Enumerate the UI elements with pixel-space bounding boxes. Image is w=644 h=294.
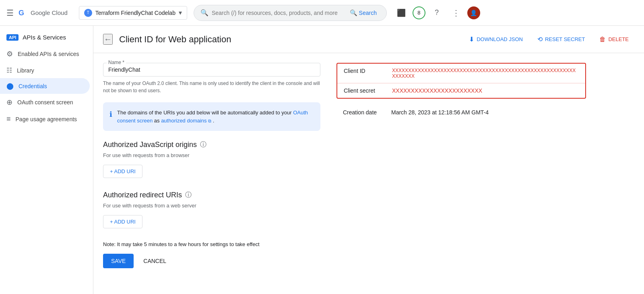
notification-count: 8 — [417, 10, 420, 16]
info-icon: ℹ — [109, 109, 112, 124]
menu-icon[interactable]: ☰ — [6, 8, 14, 18]
sidebar-item-enabled-apis[interactable]: ⚙ Enabled APIs & services — [0, 46, 90, 62]
name-input[interactable] — [108, 65, 315, 73]
cancel-button[interactable]: CANCEL — [140, 254, 169, 268]
client-id-row: Client ID XXXXXXXXXXXXXXXXXXXXXXXXXXXXXX… — [337, 64, 585, 83]
note-text: Note: It may take 5 minutes to a few hou… — [103, 241, 320, 247]
nav-icons: ⬛ 8 ? ⋮ 👤 — [393, 5, 480, 21]
google-cloud-logo: G Google Cloud — [19, 8, 68, 18]
form-area: Name * The name of your OAuth 2.0 client… — [93, 53, 644, 278]
external-link-icon: ⧉ — [208, 118, 211, 123]
sidebar-item-credentials[interactable]: ⬤ Credentials — [0, 78, 90, 94]
redirect-uris-title: Authorized redirect URIs — [103, 191, 182, 199]
search-input[interactable] — [212, 10, 343, 16]
client-secret-label: Client secret — [344, 87, 392, 94]
back-button[interactable]: ← — [103, 34, 113, 45]
add-uri-js-button[interactable]: + ADD URI — [103, 165, 142, 178]
search-icon: 🔍 — [350, 9, 357, 17]
settings-icon: ⚙ — [6, 50, 13, 58]
user-avatar[interactable]: 👤 — [467, 6, 480, 19]
creation-date-row: Creation date March 28, 2023 at 12:18:56… — [336, 105, 586, 120]
more-options-icon: ⋮ — [452, 8, 460, 18]
sidebar-label-page-usage: Page usage agreements — [16, 116, 77, 122]
name-hint: The name of your OAuth 2.0 client. This … — [103, 80, 320, 94]
api-badge: API — [6, 34, 19, 41]
reset-secret-label: RESET SECRET — [545, 36, 585, 42]
project-name: Terraform FriendlyChat Codelab — [95, 10, 175, 16]
info-banner: ℹ The domains of the URIs you add below … — [103, 102, 320, 131]
reset-icon: ⟲ — [537, 35, 543, 43]
delete-button[interactable]: 🗑 DELETE — [594, 33, 634, 46]
sidebar-item-oauth-consent[interactable]: ⊕ OAuth consent screen — [0, 94, 90, 111]
page-title: Client ID for Web application — [119, 34, 457, 45]
download-json-label: DOWNLOAD JSON — [477, 36, 523, 42]
name-field-group: Name * The name of your OAuth 2.0 client… — [103, 63, 320, 94]
dropdown-icon: ▾ — [179, 9, 182, 17]
sidebar-label-library: Library — [17, 67, 34, 74]
search-button[interactable]: 🔍 Search — [347, 8, 380, 18]
page-usage-icon: ≡ — [6, 115, 11, 123]
creation-date-value: March 28, 2023 at 12:18:56 AM GMT-4 — [391, 109, 489, 116]
main-content: ← Client ID for Web application ⬇ DOWNLO… — [93, 26, 644, 294]
add-uri-js-label: + ADD URI — [110, 168, 136, 174]
project-icon: T — [84, 9, 92, 17]
sidebar-item-library[interactable]: ☷ Library — [0, 62, 90, 78]
api-title: APIs & Services — [23, 34, 66, 41]
search-icon-left: 🔍 — [200, 9, 208, 17]
project-selector[interactable]: T Terraform FriendlyChat Codelab ▾ — [79, 6, 187, 20]
sidebar-api-header: API APIs & Services — [0, 29, 93, 46]
js-origins-title-row: Authorized JavaScript origins ⓘ — [103, 141, 320, 149]
redirect-uris-help-icon[interactable]: ⓘ — [185, 191, 192, 199]
save-button[interactable]: SAVE — [103, 254, 134, 268]
credentials-icon: ⬤ — [6, 82, 14, 90]
client-info-box: Client ID XXXXXXXXXXXXXXXXXXXXXXXXXXXXXX… — [336, 63, 586, 99]
notification-badge[interactable]: 8 — [413, 6, 425, 19]
help-icon: ? — [435, 8, 439, 17]
terminal-icon: ⬛ — [397, 8, 406, 17]
authorized-domains-link[interactable]: authorized domains ⧉ — [161, 118, 213, 124]
page-header: ← Client ID for Web application ⬇ DOWNLO… — [93, 26, 644, 53]
save-area: SAVE CANCEL — [103, 254, 320, 268]
top-nav: ☰ G Google Cloud T Terraform FriendlyCha… — [0, 0, 644, 26]
delete-label: DELETE — [608, 36, 629, 42]
creation-date-label: Creation date — [343, 109, 391, 116]
add-uri-redirect-label: + ADD URI — [110, 219, 136, 225]
back-arrow-icon: ← — [104, 35, 112, 44]
help-icon-btn[interactable]: ? — [429, 5, 445, 21]
info-banner-text: The domains of the URIs you add below wi… — [117, 109, 314, 124]
client-secret-value: XXXXXXXXXXXXXXXXXXXXXXXX — [392, 87, 482, 94]
delete-icon: 🗑 — [599, 36, 606, 43]
js-origins-subtitle: For use with requests from a browser — [103, 152, 320, 158]
js-origins-title: Authorized JavaScript origins — [103, 141, 197, 149]
action-buttons: ⬇ DOWNLOAD JSON ⟲ RESET SECRET 🗑 DELETE — [463, 32, 634, 46]
add-uri-redirect-button[interactable]: + ADD URI — [103, 215, 142, 228]
download-icon: ⬇ — [469, 35, 474, 43]
client-id-label: Client ID — [344, 68, 392, 74]
download-json-button[interactable]: ⬇ DOWNLOAD JSON — [463, 32, 528, 46]
library-icon: ☷ — [6, 66, 12, 74]
sidebar: API APIs & Services ⚙ Enabled APIs & ser… — [0, 26, 93, 294]
oauth-icon: ⊕ — [6, 98, 12, 107]
redirect-uris-subtitle: For use with requests from a web server — [103, 203, 320, 209]
search-bar: 🔍 🔍 Search — [194, 5, 387, 21]
client-secret-row: Client secret XXXXXXXXXXXXXXXXXXXXXXXX — [337, 83, 585, 98]
google-cloud-text: Google Cloud — [31, 9, 68, 16]
app-body: API APIs & Services ⚙ Enabled APIs & ser… — [0, 26, 644, 294]
sidebar-item-page-usage[interactable]: ≡ Page usage agreements — [0, 111, 90, 127]
more-options-icon-btn[interactable]: ⋮ — [448, 5, 464, 21]
sidebar-label-enabled-apis: Enabled APIs & services — [18, 51, 79, 57]
form-left: Name * The name of your OAuth 2.0 client… — [103, 63, 320, 268]
reset-secret-button[interactable]: ⟲ RESET SECRET — [532, 32, 590, 46]
form-right: Client ID XXXXXXXXXXXXXXXXXXXXXXXXXXXXXX… — [336, 63, 586, 268]
js-origins-section: Authorized JavaScript origins ⓘ For use … — [103, 141, 320, 178]
name-field-label: Name * — [107, 60, 126, 65]
redirect-uris-title-row: Authorized redirect URIs ⓘ — [103, 191, 320, 199]
js-origins-help-icon[interactable]: ⓘ — [200, 141, 206, 149]
sidebar-label-credentials: Credentials — [19, 83, 47, 89]
client-id-value: XXXXXXXXXXXXXXXXXXXXXXXXXXXXXXXXXXXXXXXX… — [392, 68, 579, 79]
terminal-icon-btn[interactable]: ⬛ — [393, 5, 409, 21]
svg-text:G: G — [19, 9, 24, 17]
sidebar-label-oauth: OAuth consent screen — [17, 99, 73, 106]
search-label: Search — [359, 10, 377, 16]
redirect-uris-section: Authorized redirect URIs ⓘ For use with … — [103, 191, 320, 228]
